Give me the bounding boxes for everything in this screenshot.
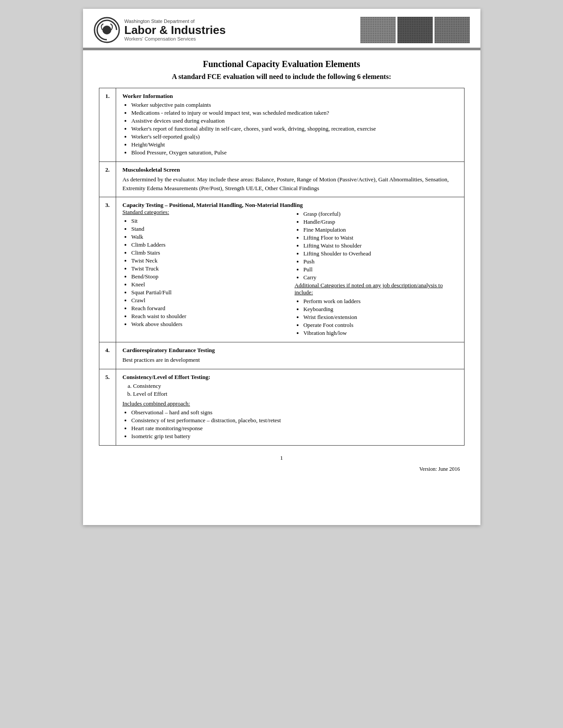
page-header: Washington State Department of Labor & I… — [83, 9, 480, 50]
section-4-para: Best practices are in development — [122, 356, 457, 364]
section-3-content: Capacity Testing – Positional, Material … — [116, 197, 464, 342]
list-item: Work above shoulders — [131, 321, 286, 328]
list-item: Stand — [131, 225, 286, 233]
list-item: Bend/Stoop — [131, 273, 286, 280]
list-item: Keyboarding — [303, 306, 458, 313]
section-2-row: 2. Musculoskeletal Screen As determined … — [99, 162, 464, 197]
li-logo-icon — [94, 17, 120, 43]
section-3-right-list-top: Grasp (forceful) Handle/Grasp Fine Manip… — [303, 210, 458, 281]
list-item: Level of Effort — [133, 390, 457, 398]
section-2-content: Musculoskeletal Screen As determined by … — [116, 162, 464, 197]
section-4-row: 4. Cardiorespiratory Endurance Testing B… — [99, 342, 464, 369]
page: Washington State Department of Labor & I… — [83, 9, 480, 525]
section-4-title: Cardiorespiratory Endurance Testing — [122, 347, 457, 354]
photo2 — [397, 17, 433, 43]
list-item: Lifting Waist to Shoulder — [303, 242, 458, 249]
dept-line2: Labor & Industries — [125, 24, 226, 37]
section-3-col-right: Grasp (forceful) Handle/Grasp Fine Manip… — [290, 209, 458, 338]
section-2-para: As determined by the evaluator. May incl… — [122, 175, 457, 192]
list-item: Blood Pressure, Oxygen saturation, Pulse — [131, 149, 457, 156]
section-3-right-sublabel: Additional Categories if noted on any jo… — [295, 282, 443, 296]
list-item: Consistency — [133, 383, 457, 390]
section-5-bullet-list: Observational – hard and soft signs Cons… — [131, 409, 457, 440]
section-5-title: Consistency/Level of Effort Testing: — [122, 374, 457, 381]
dept-line3: Workers' Compensation Services — [125, 36, 226, 41]
list-item: Twist Truck — [131, 265, 286, 272]
section-1-title: Worker Information — [122, 93, 457, 100]
section-5-content: Consistency/Level of Effort Testing: Con… — [116, 369, 464, 445]
section-3-col-left: Standard categories: Sit Stand Walk Clim… — [122, 209, 290, 338]
section-1-list: Worker subjective pain complaints Medica… — [131, 101, 457, 156]
list-item: Worker subjective pain complaints — [131, 101, 457, 109]
photo1 — [360, 17, 396, 43]
list-item: Pull — [303, 266, 458, 273]
list-item: Wrist flexion/extension — [303, 314, 458, 321]
dept-line1: Washington State Department of — [125, 19, 226, 24]
section-5-alpha-list: Consistency Level of Effort — [133, 383, 457, 398]
section-3-two-col: Standard categories: Sit Stand Walk Clim… — [122, 209, 457, 338]
list-item: Height/Weight — [131, 141, 457, 148]
list-item: Isometric grip test battery — [131, 433, 457, 440]
list-item: Grasp (forceful) — [303, 210, 458, 218]
photo3 — [435, 17, 470, 43]
list-item: Handle/Grasp — [303, 218, 458, 225]
section-3-right-list-bottom: Perform work on ladders Keyboarding Wris… — [303, 298, 458, 337]
section-5-includes-label: Includes combined approach: — [122, 400, 457, 407]
list-item: Lifting Floor to Waist — [303, 234, 458, 241]
list-item: Consistency of test performance – distra… — [131, 417, 457, 424]
list-item: Medications - related to injury or would… — [131, 109, 457, 116]
page-content: Functional Capacity Evaluation Elements … — [83, 50, 480, 490]
list-item: Lifting Shoulder to Overhead — [303, 250, 458, 257]
list-item: Reach waist to shoulder — [131, 313, 286, 320]
doc-title: Functional Capacity Evaluation Elements — [99, 59, 465, 69]
list-item: Fine Manipulation — [303, 226, 458, 233]
list-item: Perform work on ladders — [303, 298, 458, 305]
list-item: Vibration high/low — [303, 330, 458, 337]
sections-table: 1. Worker Information Worker subjective … — [99, 88, 465, 446]
doc-subtitle: A standard FCE evaluation will need to i… — [99, 73, 465, 81]
section-4-content: Cardiorespiratory Endurance Testing Best… — [116, 342, 464, 369]
list-item: Twist Neck — [131, 257, 286, 264]
list-item: Observational – hard and soft signs — [131, 409, 457, 416]
section-2-num: 2. — [99, 162, 116, 197]
list-item: Squat Partial/Full — [131, 289, 286, 296]
section-3-left-list: Sit Stand Walk Climb Ladders Climb Stair… — [131, 218, 286, 328]
section-3-title: Capacity Testing – Positional, Material … — [122, 202, 457, 209]
section-2-title: Musculoskeletal Screen — [122, 166, 457, 173]
version-text: Version: June 2016 — [99, 466, 465, 473]
section-5-num: 5. — [99, 369, 116, 445]
list-item: Walk — [131, 233, 286, 240]
section-3-row: 3. Capacity Testing – Positional, Materi… — [99, 197, 464, 342]
section-1-num: 1. — [99, 88, 116, 162]
list-item: Carry — [303, 274, 458, 281]
list-item: Assistive devices used during evaluation — [131, 117, 457, 124]
list-item: Push — [303, 258, 458, 265]
logo-text: Washington State Department of Labor & I… — [125, 19, 226, 42]
page-number: 1 — [99, 454, 465, 462]
list-item: Climb Ladders — [131, 241, 286, 248]
header-photos — [360, 17, 470, 43]
list-item: Kneel — [131, 281, 286, 288]
list-item: Worker's report of functional ability in… — [131, 125, 457, 132]
section-1-content: Worker Information Worker subjective pai… — [116, 88, 464, 162]
list-item: Heart rate monitoring/response — [131, 425, 457, 432]
section-5-row: 5. Consistency/Level of Effort Testing: … — [99, 369, 464, 445]
logo-area: Washington State Department of Labor & I… — [94, 17, 351, 43]
section-1-row: 1. Worker Information Worker subjective … — [99, 88, 464, 162]
section-3-num: 3. — [99, 197, 116, 342]
list-item: Sit — [131, 218, 286, 225]
list-item: Climb Stairs — [131, 249, 286, 256]
list-item: Crawl — [131, 297, 286, 304]
list-item: Worker's self-reported goal(s) — [131, 133, 457, 140]
svg-point-1 — [102, 26, 111, 34]
section-3-left-sublabel: Standard categories: — [122, 209, 169, 215]
section-4-num: 4. — [99, 342, 116, 369]
list-item: Operate Foot controls — [303, 322, 458, 329]
list-item: Reach forward — [131, 305, 286, 312]
